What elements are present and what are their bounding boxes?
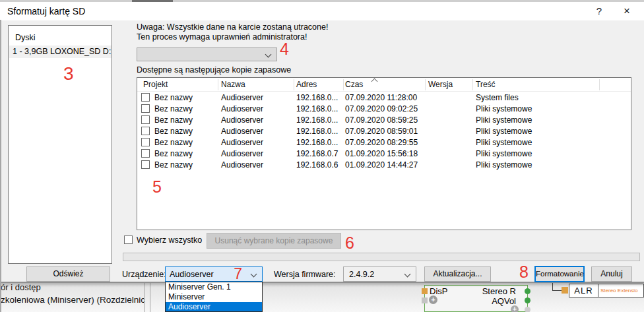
dropdown-option-miniserver-gen1[interactable]: Miniserver Gen. 1 xyxy=(166,282,262,292)
dropdown-option-audioserver[interactable]: Audioserver xyxy=(166,302,262,312)
background-app-strip: ór i dostęp zkoleniowa (Miniserver) (Roz… xyxy=(0,282,644,312)
cell-tresc: Pliki systemowe xyxy=(476,149,532,158)
table-row[interactable]: Bez nazwy Audioserver 192.168.0.7 01.09.… xyxy=(137,148,631,160)
cell-tresc: Pliki systemowe xyxy=(476,160,532,170)
cell-czas: 01.09.2020 14:44:27 xyxy=(345,160,418,170)
column-header-nazwa[interactable]: Nazwa xyxy=(221,80,245,89)
sort-ascending-icon xyxy=(371,78,378,85)
warning-line-1: Uwaga: Wszystkie dane na karcie zostaną … xyxy=(137,22,328,32)
row-checkbox[interactable] xyxy=(141,115,150,124)
backup-source-dropdown[interactable] xyxy=(137,47,277,61)
cell-adres: 192.168.0... xyxy=(296,138,338,147)
select-all-checkbox[interactable] xyxy=(124,235,133,244)
output-connector-icon xyxy=(525,288,531,294)
cell-adres: 192.168.0... xyxy=(296,127,338,136)
chevron-down-icon xyxy=(404,271,411,278)
cell-adres: 192.168.0... xyxy=(296,115,338,125)
cell-nazwa: Audioserver xyxy=(221,127,263,136)
row-checkbox[interactable] xyxy=(141,160,150,169)
cell-projekt: Bez nazwy xyxy=(154,115,193,125)
annotation-3: 3 xyxy=(63,65,74,83)
annotation-7: 7 xyxy=(234,266,242,282)
cell-nazwa: Audioserver xyxy=(221,93,263,102)
row-checkbox[interactable] xyxy=(141,127,150,135)
cell-czas: 07.09.2020 11:28:00 xyxy=(345,93,417,102)
row-checkbox[interactable] xyxy=(141,149,150,158)
help-button[interactable]: ? xyxy=(586,2,612,20)
cell-tresc: System files xyxy=(476,93,519,102)
cell-projekt: Bez nazwy xyxy=(154,138,193,147)
add-input-icon[interactable]: + xyxy=(429,296,437,304)
bg-stereo-extension-label: Stereo Extensio xyxy=(598,284,644,297)
firmware-label: Wersja firmware: xyxy=(274,270,336,279)
cell-projekt: Bez nazwy xyxy=(154,104,193,113)
column-header-wersja[interactable]: Wersja xyxy=(428,80,453,89)
window-left-edge xyxy=(0,20,1,312)
firmware-dropdown[interactable]: 2.4.9.2 xyxy=(343,266,416,282)
cell-projekt: Bez nazwy xyxy=(154,127,193,136)
column-separator xyxy=(425,79,426,90)
cell-adres: 192.168.0.7 xyxy=(296,149,338,158)
progress-bar xyxy=(123,253,640,261)
row-checkbox[interactable] xyxy=(141,93,150,102)
dropdown-option-miniserver[interactable]: Miniserver xyxy=(166,292,262,302)
cell-adres: 192.168.0... xyxy=(296,93,338,102)
column-separator xyxy=(218,79,218,90)
device-dropdown-list: Miniserver Gen. 1 Miniserver Audioserver xyxy=(165,282,263,312)
cell-tresc: Pliki systemowe xyxy=(476,138,532,147)
format-sd-card-dialog: Sformatuj kartę SD ? × Dyski 1 - 3,9GB L… xyxy=(0,0,644,283)
delete-backups-button[interactable]: Usunąć wybrane kopie zapasowe xyxy=(207,233,341,249)
cell-czas: 07.09.2020 09:02:25 xyxy=(345,104,418,113)
screen: ór i dostęp zkoleniowa (Miniserver) (Roz… xyxy=(0,0,644,312)
column-header-tresc[interactable]: Treść xyxy=(476,80,496,89)
cell-adres: 192.168.0... xyxy=(296,104,338,113)
cell-nazwa: Audioserver xyxy=(221,160,263,170)
select-all-label: Wybierz wszystko xyxy=(137,235,202,245)
table-row[interactable]: Bez nazwy Audioserver 192.168.0... 07.09… xyxy=(137,137,631,148)
output-connector-icon xyxy=(525,307,531,312)
column-separator xyxy=(472,79,473,90)
backups-table: Projekt Nazwa Adres Czas Wersja Treść Be… xyxy=(137,77,631,230)
bg-alr-block[interactable]: ALR xyxy=(569,284,598,297)
disk-list-item[interactable]: 1 - 3,9GB LOXONE_SD D: xyxy=(9,46,112,58)
cell-projekt: Bez nazwy xyxy=(154,160,193,170)
cell-nazwa: Audioserver xyxy=(221,104,263,113)
column-header-czas[interactable]: Czas xyxy=(345,80,363,89)
bg-text-project: zkoleniowa (Miniserver) (Rozdzielnic xyxy=(1,295,145,305)
cell-tresc: Pliki systemowe xyxy=(476,127,532,136)
row-checkbox[interactable] xyxy=(141,138,150,146)
firmware-dropdown-value: 2.4.9.2 xyxy=(349,270,374,279)
format-button[interactable]: Formatowanie xyxy=(534,266,585,282)
annotation-4: 4 xyxy=(280,41,289,57)
close-button[interactable]: × xyxy=(614,2,640,20)
table-row[interactable]: Bez nazwy Audioserver 192.168.0... 07.09… xyxy=(137,92,631,104)
disks-panel-header: Dyski xyxy=(15,33,36,42)
disks-panel: Dyski 1 - 3,9GB LOXONE_SD D: xyxy=(8,25,112,264)
device-dropdown[interactable]: Audioserver 7 xyxy=(165,266,263,282)
table-row[interactable]: Bez nazwy Audioserver 192.168.0.6 01.09.… xyxy=(137,160,631,171)
dialog-title: Sformatuj kartę SD xyxy=(7,6,85,16)
column-header-projekt[interactable]: Projekt xyxy=(143,80,168,89)
table-row[interactable]: Bez nazwy Audioserver 192.168.0... 07.09… xyxy=(137,104,631,115)
device-label: Urządzenie: xyxy=(122,270,166,279)
wire-connector-icon xyxy=(562,287,568,294)
cell-tresc: Pliki systemowe xyxy=(476,115,532,125)
row-checkbox[interactable] xyxy=(141,104,150,113)
title-bar: Sformatuj kartę SD ? × xyxy=(0,2,644,20)
input-connector-icon xyxy=(422,288,428,294)
cancel-button[interactable]: Anuluj xyxy=(591,266,632,282)
bg-audio-function-block[interactable]: DisP Stereo R AQVol + + xyxy=(424,285,528,312)
cell-tresc: Pliki systemowe xyxy=(476,104,532,113)
column-header-adres[interactable]: Adres xyxy=(296,80,317,89)
add-output-icon[interactable]: + xyxy=(511,305,519,312)
update-button[interactable]: Aktualizacja... xyxy=(424,266,491,282)
device-dropdown-value: Audioserver xyxy=(170,270,214,279)
cell-nazwa: Audioserver xyxy=(221,115,263,125)
cell-nazwa: Audioserver xyxy=(221,149,263,158)
annotation-8: 8 xyxy=(519,264,529,280)
wire-horizontal xyxy=(552,290,562,291)
table-row[interactable]: Bez nazwy Audioserver 192.168.0... 07.09… xyxy=(137,115,631,126)
annotation-5: 5 xyxy=(152,179,162,195)
refresh-button[interactable]: Odśwież xyxy=(26,266,110,282)
table-row[interactable]: Bez nazwy Audioserver 192.168.0... 07.09… xyxy=(137,126,631,137)
